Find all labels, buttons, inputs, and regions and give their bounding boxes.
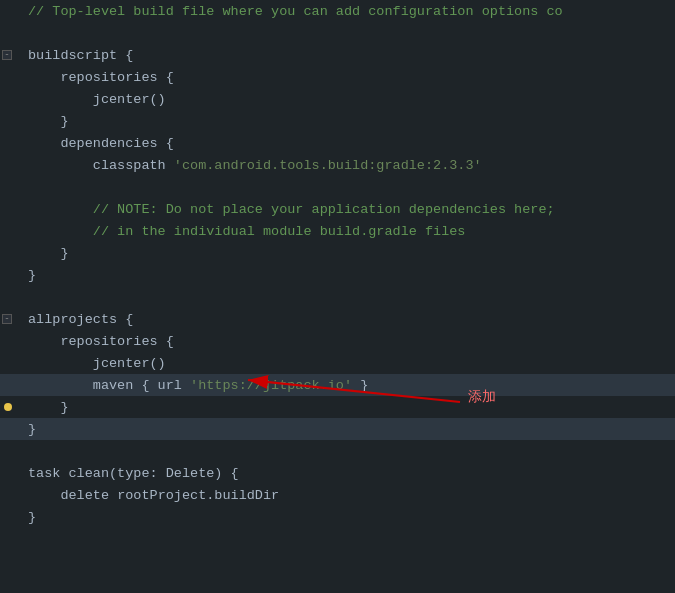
token-string: 'https://jitpack.io' [190, 378, 352, 393]
line-text: jcenter() [28, 356, 675, 371]
code-line: dependencies { [0, 132, 675, 154]
token-keyword: task clean(type: Delete) { [28, 466, 239, 481]
code-line: -allprojects { [0, 308, 675, 330]
code-line: delete rootProject.buildDir [0, 484, 675, 506]
token-bracket: } [60, 246, 68, 261]
annotation-label: 添加 [468, 388, 496, 406]
token-bracket: } [352, 378, 368, 393]
line-text: maven { url 'https://jitpack.io' } [28, 378, 675, 393]
token-keyword: classpath [93, 158, 174, 173]
token-method: jcenter() [93, 356, 166, 371]
token-method: jcenter() [93, 92, 166, 107]
code-line: } [0, 506, 675, 528]
token-keyword: repositories { [60, 334, 173, 349]
token-bracket: } [28, 510, 36, 525]
line-text: buildscript { [28, 48, 675, 63]
token-keyword: buildscript { [28, 48, 133, 63]
line-text: } [28, 422, 675, 437]
code-line: } [0, 396, 675, 418]
line-text: repositories { [28, 334, 675, 349]
code-line: repositories { [0, 66, 675, 88]
line-text: task clean(type: Delete) { [28, 466, 675, 481]
token-method: rootProject.buildDir [117, 488, 279, 503]
code-line: } [0, 264, 675, 286]
token-comment: // NOTE: Do not place your application d… [93, 202, 555, 217]
code-line [0, 176, 675, 198]
line-text: repositories { [28, 70, 675, 85]
fold-indicator[interactable]: - [2, 50, 12, 60]
fold-indicator[interactable]: - [2, 314, 12, 324]
code-line: // NOTE: Do not place your application d… [0, 198, 675, 220]
token-comment: // Top-level build file where you can ad… [28, 4, 563, 19]
token-comment: // in the individual module build.gradle… [93, 224, 466, 239]
line-text: } [28, 114, 675, 129]
token-bracket: } [60, 400, 68, 415]
code-line: jcenter() [0, 352, 675, 374]
code-line: repositories { [0, 330, 675, 352]
token-bracket: } [60, 114, 68, 129]
line-text: // in the individual module build.gradle… [28, 224, 675, 239]
line-text: allprojects { [28, 312, 675, 327]
code-line: jcenter() [0, 88, 675, 110]
token-keyword: repositories { [60, 70, 173, 85]
line-text: // Top-level build file where you can ad… [28, 4, 675, 19]
line-text: } [28, 400, 675, 415]
token-keyword: maven { url [93, 378, 190, 393]
line-text: } [28, 246, 675, 261]
token-bracket: } [28, 268, 36, 283]
line-text: // NOTE: Do not place your application d… [28, 202, 675, 217]
code-line: } [0, 110, 675, 132]
token-keyword: dependencies { [60, 136, 173, 151]
code-line: task clean(type: Delete) { [0, 462, 675, 484]
code-editor: // Top-level build file where you can ad… [0, 0, 675, 593]
line-text: } [28, 510, 675, 525]
line-text: dependencies { [28, 136, 675, 151]
code-line: classpath 'com.android.tools.build:gradl… [0, 154, 675, 176]
line-text: delete rootProject.buildDir [28, 488, 675, 503]
token-bracket: } [28, 422, 36, 437]
code-line [0, 22, 675, 44]
code-line [0, 440, 675, 462]
code-line: } [0, 418, 675, 440]
token-string: 'com.android.tools.build:gradle:2.3.3' [174, 158, 482, 173]
code-line: maven { url 'https://jitpack.io' } [0, 374, 675, 396]
line-text: } [28, 268, 675, 283]
breakpoint-marker [4, 403, 12, 411]
token-keyword: allprojects { [28, 312, 133, 327]
code-line: -buildscript { [0, 44, 675, 66]
code-line: // in the individual module build.gradle… [0, 220, 675, 242]
code-line: // Top-level build file where you can ad… [0, 0, 675, 22]
line-text: classpath 'com.android.tools.build:gradl… [28, 158, 675, 173]
code-line: } [0, 242, 675, 264]
token-keyword: delete [60, 488, 117, 503]
line-text: jcenter() [28, 92, 675, 107]
code-line [0, 286, 675, 308]
